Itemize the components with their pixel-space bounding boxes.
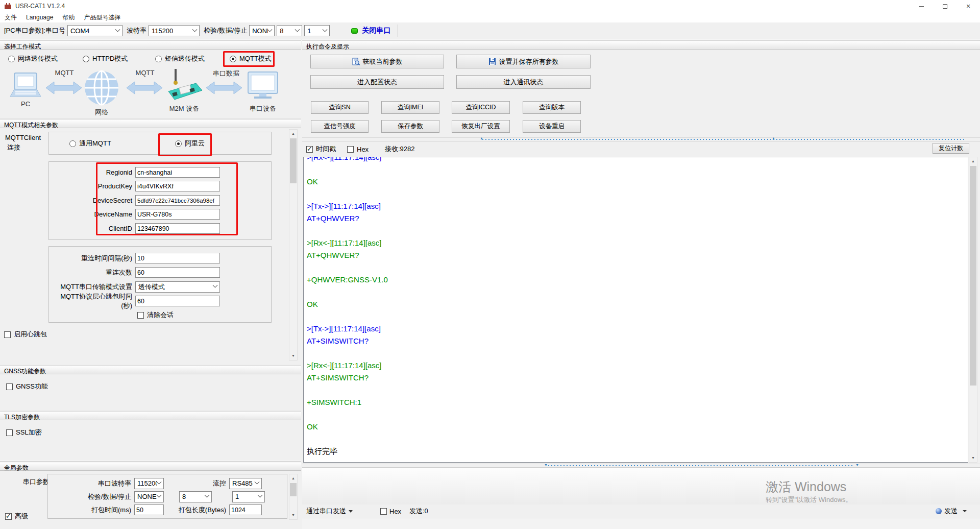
radio-icon[interactable] bbox=[175, 140, 182, 147]
log-line bbox=[307, 225, 968, 237]
global-parity-select[interactable]: NONE bbox=[134, 491, 164, 502]
scroll-down-icon[interactable]: ▼ bbox=[969, 454, 977, 462]
device-restart-button[interactable]: 设备重启 bbox=[523, 120, 581, 133]
scroll-down-icon[interactable]: ▼ bbox=[289, 352, 297, 360]
query-version-button[interactable]: 查询版本 bbox=[523, 101, 581, 114]
checkbox-icon[interactable] bbox=[6, 429, 13, 436]
radio-icon[interactable] bbox=[83, 56, 89, 62]
keepalive-input[interactable]: 60 bbox=[135, 296, 220, 306]
mqtt-settings-groupbox: 重连时间间隔(秒) 10 重连次数 60 MQTT串口传输模式设置 透传模式 M… bbox=[48, 246, 272, 323]
query-signal-button[interactable]: 查信号强度 bbox=[311, 120, 369, 133]
query-iccid-button[interactable]: 查询ICCID bbox=[452, 101, 510, 114]
checkbox-icon[interactable] bbox=[137, 312, 144, 319]
mqtt-section-scrollbar[interactable]: ▲ ▼ bbox=[289, 129, 298, 360]
query-sn-button[interactable]: 查询SN bbox=[311, 101, 369, 114]
devicename-input[interactable]: USR-G780s bbox=[135, 209, 220, 220]
maximize-button[interactable] bbox=[933, 0, 957, 12]
pack-len-input[interactable]: 1024 bbox=[229, 504, 262, 515]
query-imei-button[interactable]: 查询IMEI bbox=[381, 101, 439, 114]
log-output[interactable]: >[Rx<-][11:17:14][asc]OK>[Tx->][11:17:14… bbox=[303, 157, 968, 463]
global-section-scrollbar[interactable]: ▲ ▼ bbox=[289, 474, 298, 520]
port-open-led-icon bbox=[351, 28, 358, 34]
splitter-arrow-icon[interactable]: ▼ bbox=[544, 463, 548, 467]
workmode-option-mqtt[interactable]: MQTT模式 bbox=[230, 54, 272, 64]
pack-len-label: 打包长度(Bytes) bbox=[164, 506, 229, 515]
checkbox-icon[interactable] bbox=[380, 508, 387, 515]
radio-icon[interactable] bbox=[8, 56, 15, 62]
port-select[interactable]: COM4 bbox=[67, 25, 122, 36]
log-splitter[interactable]: ▲ ▲ bbox=[302, 137, 980, 141]
baud-select[interactable]: 115200 bbox=[149, 25, 200, 36]
enter-comm-button[interactable]: 进入通讯状态 bbox=[456, 75, 591, 89]
radio-icon[interactable] bbox=[230, 56, 236, 62]
scrollbar-thumb[interactable] bbox=[290, 483, 297, 496]
scroll-up-icon[interactable]: ▲ bbox=[289, 130, 297, 138]
chevron-down-icon bbox=[267, 27, 273, 32]
factory-reset-button[interactable]: 恢复出厂设置 bbox=[452, 120, 510, 133]
scroll-up-icon[interactable]: ▲ bbox=[969, 157, 977, 165]
global-stopbits-select[interactable]: 1 bbox=[232, 491, 265, 502]
workmode-option-net[interactable]: 网络透传模式 bbox=[8, 54, 58, 64]
transfer-mode-select[interactable]: 透传模式 bbox=[135, 281, 220, 293]
gnss-checkbox[interactable]: GNSS功能 bbox=[6, 381, 48, 392]
menu-product-model[interactable]: 产品型号选择 bbox=[79, 13, 125, 22]
checkbox-icon[interactable] bbox=[4, 331, 11, 338]
heartbeat-checkbox[interactable]: 启用心跳包 bbox=[4, 329, 47, 340]
menu-language[interactable]: Language bbox=[21, 14, 58, 21]
send-via-serial-dropdown[interactable]: 通过串口发送 bbox=[306, 506, 353, 517]
databits-select[interactable]: 8 bbox=[277, 25, 302, 36]
save-params-button[interactable]: 保存参数 bbox=[381, 120, 439, 133]
reconnect-count-input[interactable]: 60 bbox=[135, 267, 220, 278]
parity-select[interactable]: NONI bbox=[249, 25, 275, 36]
checkbox-icon[interactable] bbox=[347, 146, 354, 153]
close-port-button[interactable]: 关闭串口 bbox=[362, 26, 390, 35]
global-baud-select[interactable]: 115200( bbox=[134, 478, 164, 489]
workmode-option-httpd[interactable]: HTTPD模式 bbox=[83, 54, 128, 64]
conn-option-aliyun[interactable]: 阿里云 bbox=[175, 138, 205, 149]
get-params-button[interactable]: 获取当前参数 bbox=[310, 55, 444, 68]
send-button[interactable]: 发送 bbox=[936, 506, 967, 517]
scrollbar-thumb[interactable] bbox=[290, 138, 297, 183]
windows-activate-watermark: 激活 Windows bbox=[766, 478, 846, 495]
reconnect-interval-input[interactable]: 10 bbox=[135, 253, 220, 263]
minimize-button[interactable] bbox=[910, 0, 933, 12]
advanced-checkbox[interactable]: 高级 bbox=[5, 511, 28, 521]
stopbits-select[interactable]: 1 bbox=[304, 25, 330, 36]
reset-count-button[interactable]: 复位计数 bbox=[933, 143, 969, 154]
splitter-arrow-icon[interactable]: ▼ bbox=[855, 463, 859, 467]
productkey-input[interactable]: i4u4VIKvRXf bbox=[135, 181, 220, 191]
scrollbar-thumb[interactable] bbox=[970, 166, 976, 386]
radio-icon[interactable] bbox=[69, 140, 76, 147]
scroll-down-icon[interactable]: ▼ bbox=[289, 511, 297, 519]
checkbox-icon[interactable] bbox=[5, 513, 12, 520]
devicesecret-input[interactable]: 5dfd97c22c741bcc7306a98ef bbox=[135, 195, 220, 206]
enter-config-button[interactable]: 进入配置状态 bbox=[310, 75, 444, 89]
conn-option-generic-mqtt[interactable]: 通用MQTT bbox=[69, 138, 111, 149]
checkbox-icon[interactable] bbox=[6, 383, 13, 390]
scroll-up-icon[interactable]: ▲ bbox=[289, 474, 297, 483]
sent-counter: 发送:0 bbox=[409, 506, 428, 517]
timestamp-checkbox[interactable]: 时间戳 bbox=[306, 144, 336, 154]
send-input-area[interactable] bbox=[302, 468, 980, 504]
menu-file[interactable]: 文件 bbox=[0, 13, 21, 22]
splitter-arrow-icon[interactable]: ▲ bbox=[480, 136, 483, 140]
close-button[interactable]: × bbox=[957, 0, 980, 12]
log-hex-checkbox[interactable]: Hex bbox=[347, 144, 369, 154]
send-hex-checkbox[interactable]: Hex bbox=[380, 506, 401, 517]
regionid-input[interactable]: cn-shanghai bbox=[135, 167, 220, 178]
menu-help[interactable]: 帮助 bbox=[58, 13, 79, 22]
clientid-input[interactable]: 123467890 bbox=[135, 223, 220, 234]
flow-select[interactable]: RS485 bbox=[229, 478, 262, 489]
checkbox-icon[interactable] bbox=[306, 146, 313, 153]
ssl-checkbox[interactable]: SSL加密 bbox=[6, 427, 42, 438]
pack-time-input[interactable]: 50 bbox=[134, 504, 164, 515]
workmode-option-sms[interactable]: 短信透传模式 bbox=[155, 54, 205, 64]
log-scrollbar[interactable]: ▲ ▼ bbox=[969, 157, 977, 463]
clear-session-checkbox[interactable]: 清除会话 bbox=[137, 310, 174, 320]
radio-icon[interactable] bbox=[155, 56, 162, 62]
regionid-label: Regionid bbox=[51, 169, 135, 176]
set-save-params-button[interactable]: 设置并保存所有参数 bbox=[456, 55, 591, 68]
global-databits-select[interactable]: 8 bbox=[179, 491, 212, 502]
send-splitter[interactable]: ▼ ▼ bbox=[302, 464, 980, 468]
splitter-arrow-icon[interactable]: ▲ bbox=[772, 136, 775, 140]
